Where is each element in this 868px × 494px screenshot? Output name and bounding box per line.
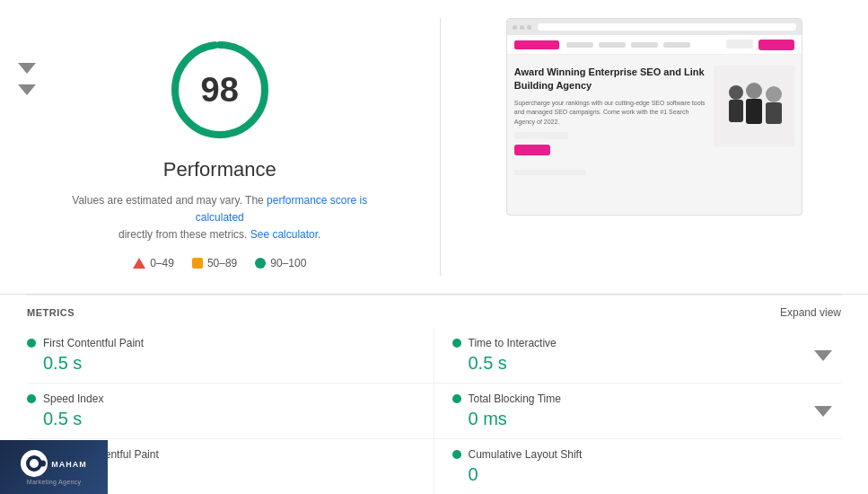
- site-heading: Award Winning Enterprise SEO and Link Bu…: [514, 66, 706, 93]
- browser-url-bar: [538, 23, 796, 31]
- logo-dot: [39, 460, 46, 466]
- site-bottom: [507, 166, 802, 179]
- metric-name: Cumulative Layout Shift: [469, 448, 583, 461]
- metric-name: Speed Index: [43, 393, 103, 405]
- performance-desc: Values are estimated and may vary. The p…: [49, 192, 390, 244]
- metric-expand-icon-2[interactable]: [814, 406, 832, 417]
- legend-range-avg: 50–89: [207, 257, 237, 269]
- score-number: 98: [201, 71, 239, 110]
- site-url: [514, 170, 586, 175]
- svg-rect-6: [746, 99, 762, 124]
- metric-name: First Contentful Paint: [43, 337, 144, 349]
- site-body: Supercharge your rankings with our cutti…: [514, 99, 706, 128]
- metric-item-tti: Time to Interactive 0.5 s: [434, 328, 842, 384]
- site-nav: [507, 35, 802, 55]
- calculator-link[interactable]: See calculator.: [250, 228, 321, 241]
- desc-text: Values are estimated and may vary. The: [72, 194, 267, 207]
- chevron-up-icon[interactable]: [18, 63, 36, 74]
- metric-dot: [27, 339, 36, 348]
- metrics-header: METRICS Expand view: [27, 295, 841, 328]
- top-section: 98 Performance Values are estimated and …: [0, 0, 868, 294]
- page-wrapper: 98 Performance Values are estimated and …: [0, 0, 868, 494]
- metric-value: 0.5 s: [469, 353, 842, 374]
- site-preview: Award Winning Enterprise SEO and Link Bu…: [506, 18, 802, 216]
- score-circle: 98: [166, 36, 274, 144]
- metric-dot: [452, 394, 461, 403]
- metric-header: Cumulative Layout Shift: [452, 448, 842, 461]
- svg-rect-8: [766, 102, 782, 124]
- chevron-down-icon-2: [814, 406, 832, 417]
- metrics-label: METRICS: [27, 307, 75, 318]
- desc-text2: directly from these metrics.: [118, 228, 250, 241]
- legend-item-bad: 0–49: [133, 257, 174, 269]
- nav-login: [726, 40, 753, 49]
- metric-dot: [452, 450, 461, 459]
- metric-value: 0: [469, 464, 842, 485]
- metric-value: 0.5 s: [43, 409, 416, 429]
- site-content: Award Winning Enterprise SEO and Link Bu…: [507, 55, 802, 166]
- metric-dot: [27, 394, 36, 403]
- browser-dot: [513, 25, 517, 30]
- svg-rect-4: [729, 100, 743, 122]
- metric-item-tbt: Total Blocking Time 0 ms: [434, 384, 842, 439]
- metric-header: First Contentful Paint: [27, 337, 416, 349]
- metric-header: Total Blocking Time: [452, 393, 842, 405]
- right-panel: Award Winning Enterprise SEO and Link Bu…: [441, 0, 869, 294]
- chevron-down-icon[interactable]: [18, 84, 36, 95]
- logo-subtext: Marketing Agency: [27, 479, 81, 485]
- legend-range-bad: 0–49: [150, 257, 174, 269]
- score-container: 98 Performance Values are estimated and …: [49, 36, 390, 269]
- legend-range-good: 90–100: [270, 257, 306, 269]
- logo-icon: [21, 450, 48, 477]
- site-cta-btn: [514, 145, 550, 155]
- site-text-col: Award Winning Enterprise SEO and Link Bu…: [514, 66, 706, 155]
- triangle-icon: [133, 258, 145, 269]
- browser-bar: [507, 19, 802, 35]
- metric-name: Time to Interactive: [469, 337, 557, 349]
- expand-view-btn[interactable]: Expand view: [780, 306, 841, 319]
- metrics-grid: First Contentful Paint 0.5 s Time to Int…: [27, 328, 841, 494]
- circle-icon: [255, 258, 266, 269]
- nav-items: [566, 42, 690, 48]
- browser-dot: [520, 25, 524, 30]
- legend-item-average: 50–89: [192, 257, 237, 269]
- svg-point-5: [746, 83, 762, 99]
- chevrons: [18, 63, 36, 95]
- metrics-section: METRICS Expand view First Contentful Pai…: [0, 294, 868, 494]
- nav-item: [566, 42, 593, 48]
- nav-cta-btn: [758, 40, 794, 50]
- metric-name: Total Blocking Time: [469, 393, 561, 405]
- left-panel: 98 Performance Values are estimated and …: [0, 0, 440, 294]
- legend-item-good: 90–100: [255, 257, 306, 269]
- metric-header: Speed Index: [27, 393, 416, 405]
- people-svg: [714, 66, 794, 146]
- metric-item-si: Speed Index 0.5 s: [27, 384, 434, 439]
- metric-value: 0.5 s: [43, 353, 416, 374]
- brand-logo: MAHAM Marketing Agency: [0, 440, 108, 494]
- metric-header: Time to Interactive: [452, 337, 842, 349]
- logo-name: MAHAM: [51, 460, 87, 469]
- url-input-fake: [514, 132, 568, 139]
- legend: 0–49 50–89 90–100: [133, 257, 306, 269]
- nav-item: [631, 42, 658, 48]
- chevron-down-icon: [814, 350, 832, 361]
- metric-expand-icon[interactable]: [814, 350, 832, 361]
- square-icon: [192, 258, 203, 269]
- metric-item-fcp: First Contentful Paint 0.5 s: [27, 328, 434, 384]
- svg-point-7: [766, 86, 782, 102]
- metric-value: 0 ms: [469, 409, 842, 429]
- browser-dot: [527, 25, 531, 30]
- site-image: [714, 66, 794, 146]
- metric-item-cls: Cumulative Layout Shift 0: [434, 439, 842, 494]
- site-logo: [514, 40, 559, 49]
- nav-item: [599, 42, 626, 48]
- metric-dot: [452, 339, 461, 348]
- logo-ring: [26, 455, 42, 472]
- nav-item: [663, 42, 690, 48]
- performance-title: Performance: [163, 158, 276, 181]
- svg-point-3: [729, 85, 743, 100]
